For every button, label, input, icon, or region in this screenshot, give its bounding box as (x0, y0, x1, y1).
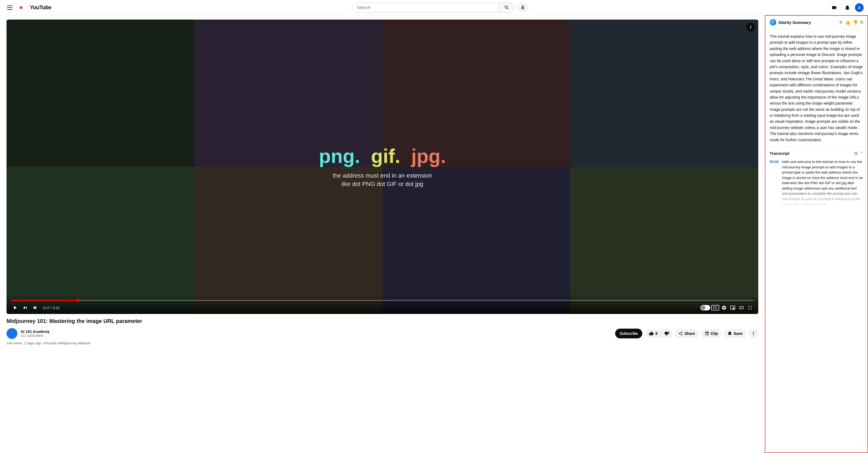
upload-date: 2 days ago (24, 341, 41, 345)
create-icon (831, 5, 837, 10)
time-current: 0:17 (43, 306, 50, 310)
settings-button[interactable] (720, 304, 728, 311)
search-input-wrapper (352, 3, 499, 12)
transcript-text: hello and welcome to this tutorial on ho… (782, 159, 863, 207)
mute-button[interactable] (31, 304, 40, 312)
glarity-actions: 👍 👎 ⧉ (845, 20, 863, 25)
channel-name: AI 101 Academy (21, 329, 612, 334)
play-icon (12, 305, 18, 311)
search-form (352, 2, 515, 13)
transcript-entry: 00:00 hello and welcome to this tutorial… (770, 159, 863, 207)
video-meta: 148 views 2 days ago #Visuals #Midjourne… (6, 341, 758, 345)
progress-dot (76, 299, 79, 302)
clip-label: Clip (711, 331, 718, 336)
cc-label: CC (713, 306, 717, 310)
glarity-settings-icon[interactable]: ⚙ (839, 20, 843, 25)
header-left: YouTube (4, 2, 51, 13)
share-label: Share (684, 331, 695, 336)
hamburger-icon (5, 3, 15, 12)
theater-mode-button[interactable] (738, 304, 745, 311)
hamburger-menu-button[interactable] (4, 2, 15, 13)
thumbs-down-icon (664, 331, 669, 336)
action-buttons: 9 Share Clip Save (646, 329, 758, 338)
notifications-button[interactable] (842, 2, 853, 13)
miniplayer-button[interactable] (729, 304, 737, 311)
captions-button[interactable]: CC (711, 305, 719, 310)
transcript-title: Transcript (770, 151, 855, 156)
glarity-expand-button[interactable]: ⧉ (860, 20, 863, 25)
theater-icon (739, 305, 744, 310)
youtube-logo[interactable]: YouTube (20, 4, 51, 11)
like-dislike-group: 9 (646, 329, 673, 338)
speed-dot (701, 305, 705, 310)
skip-next-icon (22, 305, 28, 311)
play-button[interactable] (11, 304, 19, 312)
miniplayer-icon (730, 305, 736, 310)
channel-info: AI 101 Academy 111 subscribers (21, 329, 612, 338)
time-display: 0:17 / 3:15 (43, 306, 60, 310)
volume-icon (33, 305, 38, 311)
volume-area (31, 304, 40, 312)
more-icon (751, 331, 756, 336)
speed-toggle[interactable] (701, 305, 710, 310)
glarity-summary-text: This tutorial explains how to use mid-jo… (770, 33, 863, 143)
transcript-header: Transcript ⧉ ⌃ (765, 148, 867, 159)
microphone-button[interactable] (517, 2, 528, 13)
channel-row: AI 101 Academy 111 subscribers Subscribe… (6, 328, 758, 339)
share-icon (678, 331, 683, 336)
progress-bar[interactable] (11, 300, 754, 301)
save-button[interactable]: Save (724, 329, 746, 338)
clip-button[interactable]: Clip (701, 329, 722, 338)
subscribe-button[interactable]: Subscribe (615, 329, 642, 338)
video-controls: 0:17 / 3:15 CC (6, 294, 758, 314)
avatar[interactable]: A (855, 3, 864, 12)
like-button[interactable]: 9 (646, 329, 661, 338)
search-button[interactable] (499, 2, 515, 13)
transcript-timestamp[interactable]: 00:00 (770, 159, 779, 207)
header-right: A (829, 2, 864, 13)
transcript-section: Transcript ⧉ ⌃ 00:00 hello and welcome t… (765, 147, 867, 452)
glarity-summary: This tutorial explains how to use mid-jo… (765, 29, 867, 147)
video-hashtags: #Visuals #Midjourney #Master (43, 341, 91, 345)
more-options-button[interactable] (748, 329, 758, 338)
clip-icon (705, 331, 709, 336)
microphone-icon (520, 5, 526, 10)
glarity-logo-icon: G (770, 19, 776, 26)
notifications-icon (844, 5, 850, 10)
video-subtitle: the address must end in an extensionlike… (333, 172, 432, 188)
transcript-actions: ⧉ ⌃ (855, 151, 863, 156)
create-button[interactable] (829, 2, 840, 13)
dislike-button[interactable] (661, 329, 673, 338)
transcript-copy-button[interactable]: ⧉ (855, 151, 858, 156)
controls-row: 0:17 / 3:15 CC (11, 304, 754, 312)
glarity-thumbs-up-button[interactable]: 👍 (845, 20, 850, 25)
youtube-text: YouTube (30, 4, 51, 10)
time-total: 3:15 (53, 306, 60, 310)
transcript-collapse-button[interactable]: ⌃ (860, 151, 863, 156)
view-count: 148 views (6, 341, 22, 345)
jpg-label: jpg. (411, 145, 446, 167)
controls-right: CC (701, 304, 754, 311)
glarity-panel: G Glarity Summary ⚙ 👍 👎 ⧉ This tutorial … (765, 15, 868, 453)
transcript-content: 00:00 hello and welcome to this tutorial… (765, 159, 867, 452)
fullscreen-icon (747, 305, 753, 310)
gif-label: gif. (371, 145, 400, 167)
share-button[interactable]: Share (675, 329, 699, 338)
like-count: 9 (655, 331, 657, 336)
search-input[interactable] (352, 3, 498, 12)
video-area: png. gif. jpg. the address must end in a… (0, 15, 765, 453)
glarity-thumbs-down-button[interactable]: 👎 (852, 20, 858, 25)
video-thumbnail: png. gif. jpg. the address must end in a… (6, 20, 758, 314)
channel-avatar[interactable] (6, 328, 18, 339)
file-types-display: png. gif. jpg. (319, 145, 446, 167)
fullscreen-button[interactable] (746, 304, 754, 311)
search-icon (504, 5, 509, 10)
save-label: Save (734, 331, 743, 336)
info-button[interactable]: i (746, 23, 755, 31)
png-label: png. (319, 145, 360, 167)
skip-next-button[interactable] (21, 304, 29, 312)
video-player[interactable]: png. gif. jpg. the address must end in a… (6, 20, 758, 314)
main-content: png. gif. jpg. the address must end in a… (0, 15, 868, 453)
glarity-header: G Glarity Summary ⚙ 👍 👎 ⧉ (765, 16, 867, 29)
thumbs-up-icon (649, 331, 654, 336)
